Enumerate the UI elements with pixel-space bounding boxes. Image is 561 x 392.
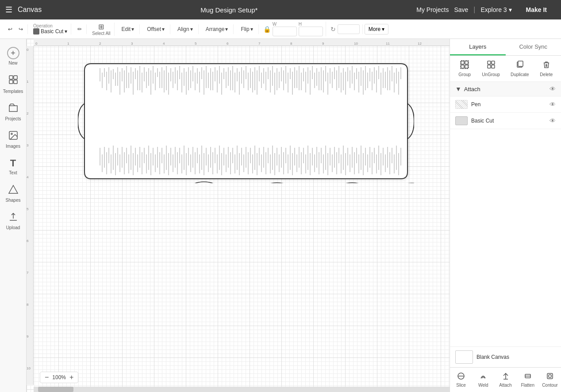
flip-button[interactable]: Flip ▾ bbox=[237, 24, 256, 34]
sidebar-item-label-text: Text bbox=[9, 170, 17, 175]
weld-icon bbox=[479, 372, 487, 382]
pen-button[interactable]: ✏ bbox=[75, 24, 85, 34]
scroll-thumb[interactable] bbox=[38, 387, 73, 392]
make-it-button[interactable]: Make It bbox=[517, 3, 556, 17]
basic-cut-thumb bbox=[455, 116, 468, 125]
canvas-content[interactable] bbox=[34, 46, 450, 385]
layer-item-basic-cut[interactable]: Basic Cut 👁 bbox=[450, 113, 561, 129]
ruler-v-5: 5 bbox=[27, 207, 33, 239]
ruler-h-4: 4 bbox=[163, 42, 195, 46]
align-group: Align ▾ bbox=[172, 24, 199, 34]
svg-rect-2 bbox=[9, 80, 13, 84]
new-icon: + bbox=[7, 47, 19, 59]
slice-button[interactable]: Slice bbox=[450, 369, 472, 390]
select-all-group[interactable]: ⊞ Select All bbox=[88, 23, 114, 36]
svg-marker-6 bbox=[9, 185, 18, 193]
height-input[interactable] bbox=[299, 27, 323, 36]
attach-button[interactable]: Attach bbox=[494, 369, 516, 390]
ruler-v-3: 3 bbox=[27, 143, 33, 175]
redo-button[interactable]: ↪ bbox=[16, 24, 26, 34]
rotate-input[interactable] bbox=[338, 24, 360, 34]
sidebar-item-label-new: New bbox=[8, 61, 17, 65]
ruler-v-7: 7 bbox=[27, 271, 33, 303]
layer-item-pen[interactable]: Pen 👁 bbox=[450, 96, 561, 113]
explore-button[interactable]: Explore 3 ▾ bbox=[480, 6, 511, 13]
pen-eye-icon[interactable]: 👁 bbox=[549, 101, 556, 108]
sidebar-item-text[interactable]: T Text bbox=[1, 154, 25, 179]
zoom-in-button[interactable]: + bbox=[69, 373, 74, 381]
more-button[interactable]: More ▾ bbox=[365, 24, 389, 35]
section-eye-icon[interactable]: 👁 bbox=[549, 85, 556, 92]
offset-group: Offset ▾ bbox=[142, 24, 170, 34]
align-button[interactable]: Align ▾ bbox=[174, 24, 196, 34]
sidebar-item-new[interactable]: + New bbox=[1, 43, 25, 69]
ungroup-button[interactable]: UnGroup bbox=[477, 58, 504, 79]
blank-canvas-label: Blank Canvas bbox=[476, 354, 509, 360]
sidebar-item-upload[interactable]: Upload bbox=[1, 208, 25, 234]
images-icon bbox=[8, 130, 19, 142]
edit-group: Edit ▾ bbox=[116, 24, 140, 34]
horizontal-scrollbar[interactable] bbox=[34, 387, 450, 392]
contour-button[interactable]: Contour bbox=[539, 369, 561, 390]
delete-button[interactable]: Delete bbox=[535, 58, 557, 79]
height-input-group: H bbox=[299, 22, 323, 36]
sidebar-item-templates[interactable]: Templates bbox=[1, 71, 25, 97]
svg-rect-341 bbox=[465, 65, 468, 68]
save-button[interactable]: Save bbox=[454, 6, 468, 13]
sidebar-item-images[interactable]: Images bbox=[1, 127, 25, 152]
shapes-icon bbox=[8, 184, 19, 196]
arrange-button[interactable]: Arrange ▾ bbox=[202, 24, 232, 34]
design-container[interactable] bbox=[78, 59, 414, 183]
select-all-icon: ⊞ bbox=[98, 23, 104, 31]
upload-icon bbox=[8, 211, 19, 224]
ruler-top: 0 1 2 3 4 5 6 7 8 9 10 11 12 bbox=[34, 39, 450, 46]
width-input-group: W bbox=[273, 22, 297, 36]
edit-button[interactable]: Edit ▾ bbox=[118, 24, 138, 34]
width-label: W bbox=[273, 22, 297, 27]
ruler-h-0: 0 bbox=[35, 42, 67, 46]
ungroup-label: UnGroup bbox=[482, 72, 500, 77]
layer-section-header-attach[interactable]: ▼ Attach 👁 bbox=[450, 82, 561, 96]
svg-rect-354 bbox=[549, 375, 551, 377]
contour-label: Contour bbox=[542, 383, 558, 388]
duplicate-button[interactable]: Duplicate bbox=[506, 58, 534, 79]
offset-button[interactable]: Offset ▾ bbox=[143, 24, 168, 34]
flatten-button[interactable]: Flatten bbox=[517, 369, 539, 390]
operation-color-swatch bbox=[33, 28, 39, 35]
svg-rect-340 bbox=[461, 65, 464, 68]
group-label: Group bbox=[458, 72, 471, 77]
canvas-area[interactable]: 0 1 2 3 4 5 6 7 8 9 10 11 12 0 1 2 3 bbox=[27, 39, 450, 392]
operation-value[interactable]: Basic Cut ▾ bbox=[33, 28, 67, 35]
tab-color-sync[interactable]: Color Sync bbox=[506, 39, 561, 55]
svg-rect-345 bbox=[488, 65, 491, 68]
sidebar-item-projects[interactable]: Projects bbox=[1, 99, 25, 125]
operation-label: Operation bbox=[33, 23, 53, 28]
svg-rect-343 bbox=[488, 61, 491, 64]
section-title-attach: Attach bbox=[464, 86, 547, 92]
lock-icon[interactable]: 🔒 bbox=[263, 26, 271, 33]
tab-layers[interactable]: Layers bbox=[450, 39, 506, 55]
menu-icon[interactable]: ☰ bbox=[5, 5, 12, 15]
sidebar-item-label-upload: Upload bbox=[6, 225, 20, 230]
separator: | bbox=[473, 6, 475, 14]
group-button[interactable]: Group bbox=[453, 58, 476, 79]
ruler-h-1: 1 bbox=[67, 42, 99, 46]
operation-group[interactable]: Operation Basic Cut ▾ bbox=[30, 23, 71, 35]
slice-label: Slice bbox=[456, 383, 466, 388]
undo-button[interactable]: ↩ bbox=[5, 24, 15, 34]
sidebar-item-label-projects: Projects bbox=[5, 116, 21, 121]
flatten-icon bbox=[524, 372, 532, 382]
projects-icon bbox=[8, 103, 19, 115]
rotate-group: ↻ bbox=[328, 24, 363, 34]
top-bar: ☰ Canvas Mug Design Setup* My Projects S… bbox=[0, 0, 561, 19]
ruler-h-3: 3 bbox=[131, 42, 163, 46]
basic-cut-eye-icon[interactable]: 👁 bbox=[549, 117, 556, 124]
my-projects-button[interactable]: My Projects bbox=[416, 6, 449, 13]
weld-button[interactable]: Weld bbox=[472, 369, 494, 390]
width-input[interactable] bbox=[273, 27, 297, 36]
sidebar-item-shapes[interactable]: Shapes bbox=[1, 181, 25, 206]
sidebar-item-label-templates: Templates bbox=[3, 89, 23, 94]
attach-icon bbox=[502, 372, 510, 382]
zoom-out-button[interactable]: − bbox=[44, 373, 50, 381]
ruler-v-0: 0 bbox=[27, 48, 33, 80]
